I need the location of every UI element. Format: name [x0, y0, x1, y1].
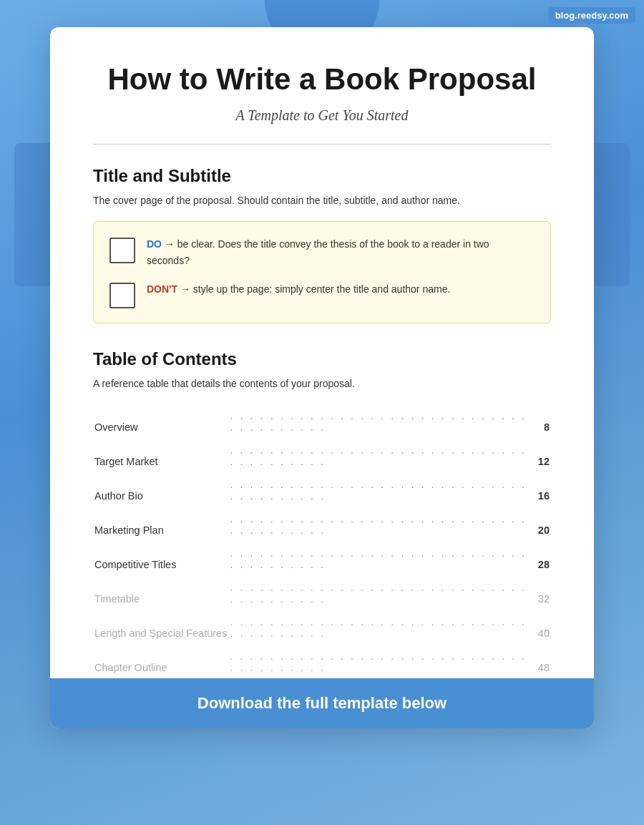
toc-title-cell: Chapter Outline: [93, 645, 228, 679]
toc-page-cell: 48: [530, 645, 551, 679]
section2-heading: Table of Contents: [93, 349, 551, 369]
toc-section: Table of Contents A reference table that…: [93, 349, 551, 679]
toc-row: Overview. . . . . . . . . . . . . . . . …: [93, 404, 551, 439]
tip-do-label: DO: [147, 238, 162, 250]
toc-dots-cell: . . . . . . . . . . . . . . . . . . . . …: [228, 404, 530, 439]
toc-row: Marketing Plan. . . . . . . . . . . . . …: [93, 507, 551, 542]
tip-dont-item: DON'T → style up the page: simply center…: [109, 281, 535, 308]
toc-title-cell: Timetable: [93, 576, 228, 610]
checkbox-dont-icon: [109, 283, 135, 308]
page-title: How to Write a Book Proposal: [93, 62, 551, 97]
section2-description: A reference table that details the conte…: [93, 376, 551, 391]
tip-dont-text: DON'T → style up the page: simply center…: [147, 281, 450, 297]
site-label: blog.reedsy.com: [548, 7, 635, 24]
toc-row: Author Bio. . . . . . . . . . . . . . . …: [93, 473, 551, 507]
section1-description: The cover page of the proposal. Should c…: [93, 193, 551, 208]
toc-dots-cell: . . . . . . . . . . . . . . . . . . . . …: [228, 439, 530, 473]
toc-row: Timetable. . . . . . . . . . . . . . . .…: [93, 576, 551, 610]
toc-dots-cell: . . . . . . . . . . . . . . . . . . . . …: [228, 542, 530, 576]
toc-row: Competitive Titles. . . . . . . . . . . …: [93, 542, 551, 576]
toc-dots-cell: . . . . . . . . . . . . . . . . . . . . …: [228, 576, 530, 610]
tip-dont-content: → style up the page: simply center the t…: [180, 283, 450, 295]
main-card: How to Write a Book Proposal A Template …: [50, 27, 594, 728]
toc-title-cell: Competitive Titles: [93, 542, 228, 576]
tip-box: DO → be clear. Does the title convey the…: [93, 221, 551, 323]
toc-title-cell: Length and Special Features: [93, 610, 228, 645]
tip-do-content: → be clear. Does the title convey the th…: [147, 238, 489, 265]
tip-do-text: DO → be clear. Does the title convey the…: [147, 236, 535, 268]
tip-do-item: DO → be clear. Does the title convey the…: [109, 236, 535, 268]
toc-page-cell: 12: [530, 439, 551, 473]
page-subtitle: A Template to Get You Started: [93, 107, 551, 124]
toc-row: Length and Special Features. . . . . . .…: [93, 610, 551, 645]
toc-title-cell: Target Market: [93, 439, 228, 473]
header-divider: [93, 144, 551, 145]
toc-table: Overview. . . . . . . . . . . . . . . . …: [93, 404, 551, 679]
toc-page-cell: 20: [530, 507, 551, 542]
toc-row: Chapter Outline. . . . . . . . . . . . .…: [93, 645, 551, 679]
toc-page-cell: 32: [530, 576, 551, 610]
toc-dots-cell: . . . . . . . . . . . . . . . . . . . . …: [228, 610, 530, 645]
background-wrapper: blog.reedsy.com How to Write a Book Prop…: [0, 0, 644, 825]
toc-page-cell: 40: [530, 610, 551, 645]
toc-page-cell: 28: [530, 542, 551, 576]
toc-title-cell: Author Bio: [93, 473, 228, 507]
toc-title-cell: Marketing Plan: [93, 507, 228, 542]
checkbox-do-icon: [109, 238, 135, 263]
toc-title-cell: Overview: [93, 404, 228, 439]
toc-page-cell: 8: [530, 404, 551, 439]
tip-dont-label: DON'T: [147, 283, 177, 295]
section1-heading: Title and Subtitle: [93, 166, 551, 186]
toc-page-cell: 16: [530, 473, 551, 507]
toc-dots-cell: . . . . . . . . . . . . . . . . . . . . …: [228, 645, 530, 679]
toc-row: Target Market. . . . . . . . . . . . . .…: [93, 439, 551, 473]
download-button[interactable]: Download the full template below: [50, 678, 594, 728]
toc-dots-cell: . . . . . . . . . . . . . . . . . . . . …: [228, 473, 530, 507]
toc-dots-cell: . . . . . . . . . . . . . . . . . . . . …: [228, 507, 530, 542]
